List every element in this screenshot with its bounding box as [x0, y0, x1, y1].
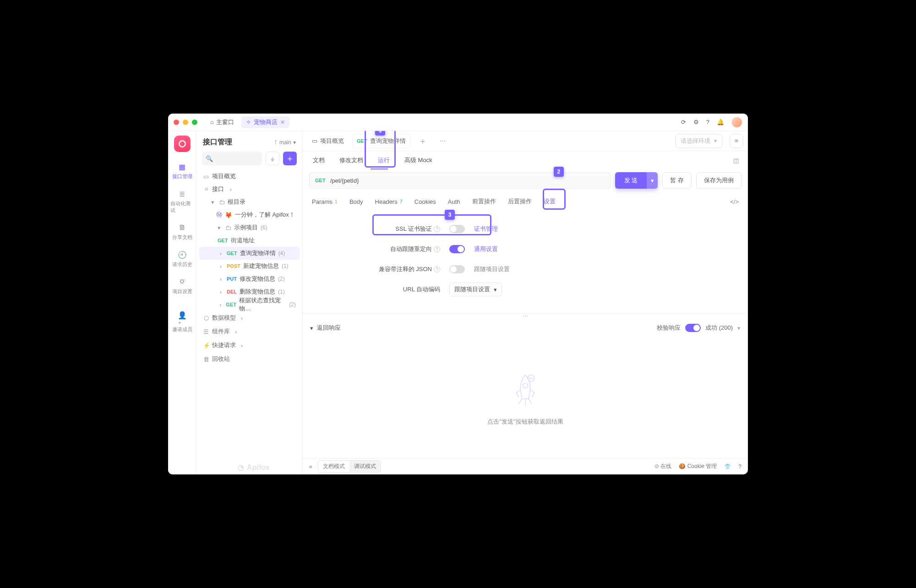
- maximize-window-icon[interactable]: [192, 120, 197, 125]
- info-icon[interactable]: ?: [434, 266, 440, 272]
- online-status: ⊘ 在线: [654, 463, 671, 470]
- add-button[interactable]: ＋: [283, 152, 297, 165]
- tree-component-lib[interactable]: ☰ 组件库 ›: [199, 325, 300, 338]
- project-tab[interactable]: ✧ 宠物商店 ✕: [241, 116, 289, 128]
- reqtab-cookies[interactable]: Cookies: [414, 198, 436, 205]
- chevron-right-icon: ›: [218, 263, 224, 270]
- subtab-doc[interactable]: 文档: [312, 152, 326, 168]
- layers-icon: ☰: [203, 328, 209, 335]
- lightning-icon: ⚡: [203, 342, 209, 349]
- panel-layout-icon[interactable]: ◫: [733, 157, 739, 164]
- tree-root-dir[interactable]: ▾ 🗀 根目录: [199, 196, 300, 208]
- nav-share-doc[interactable]: 🗎 分享文档: [170, 219, 194, 245]
- response-collapse[interactable]: ▾ 返回响应: [310, 324, 341, 332]
- subtab-edit-doc[interactable]: 修改文档: [338, 152, 364, 168]
- resize-handle[interactable]: ⋯: [303, 313, 748, 319]
- sidebar-title: 接口管理: [203, 137, 232, 147]
- validate-toggle[interactable]: [685, 324, 701, 332]
- invite-icon: 👤⁺: [178, 315, 187, 324]
- reqtab-auth[interactable]: Auth: [448, 198, 460, 205]
- tree-api-item[interactable]: › GET 根据状态查找宠物… (2): [199, 298, 300, 311]
- user-avatar[interactable]: [731, 117, 742, 128]
- nav-history[interactable]: 🕘 请求历史: [170, 246, 194, 272]
- tree-api-item[interactable]: GET 街道地址: [199, 234, 300, 247]
- save-example-button[interactable]: 保存为用例: [696, 172, 742, 189]
- url-input[interactable]: GET /pet/{petId}: [309, 172, 611, 189]
- tab-project-overview[interactable]: ▭ 项目概览: [307, 134, 349, 148]
- tree-data-model[interactable]: ⬡ 数据模型 ›: [199, 311, 300, 325]
- tree-api-item[interactable]: › POST 新建宠物信息 (1): [199, 260, 300, 272]
- reqtab-headers[interactable]: Headers 7: [375, 198, 403, 205]
- send-button[interactable]: 发 送 ▾: [615, 172, 658, 189]
- nav-label: 请求历史: [172, 261, 192, 268]
- notification-icon[interactable]: 🔔: [717, 119, 724, 125]
- urlenc-select[interactable]: 跟随项目设置 ▾: [449, 283, 502, 296]
- settings-icon[interactable]: ⚙: [693, 119, 699, 125]
- mode-doc[interactable]: 文档模式: [318, 461, 349, 472]
- cache-button[interactable]: 暂 存: [662, 172, 692, 189]
- tree-api-root[interactable]: ⌗ 接口 ›: [199, 183, 300, 196]
- branch-selector[interactable]: ᚶ main ▾: [274, 139, 296, 146]
- main-panel: ▭ 项目概览 GET 查询宠物详情 ＋ ⋯ 请选择环境 ▾ ≡ 文档 修改文档 …: [303, 131, 748, 474]
- tree-count: (4): [278, 250, 285, 256]
- tree-sample-project[interactable]: ▾ 🗀 示例项目 (6): [199, 221, 300, 234]
- search-input[interactable]: 🔍: [202, 152, 262, 165]
- cookie-manage[interactable]: 🍪 Cookie 管理: [679, 463, 717, 470]
- redirect-toggle[interactable]: [449, 245, 465, 253]
- send-dropdown[interactable]: ▾: [647, 172, 658, 189]
- folder-icon: 🗀: [225, 224, 231, 231]
- tab-add[interactable]: ＋: [414, 134, 431, 148]
- collapse-icon[interactable]: «: [309, 463, 312, 470]
- nav-label: 接口管理: [172, 173, 192, 180]
- tree-count: (1): [282, 263, 289, 269]
- response-status: 成功 (200): [705, 324, 733, 332]
- help-icon[interactable]: ?: [706, 119, 709, 125]
- tree-label: 街道地址: [231, 236, 255, 245]
- filter-button[interactable]: ⏚: [266, 152, 279, 165]
- response-section: ⋯ ▾ 返回响应 校验响应 成功 (200) ▾: [303, 313, 748, 458]
- close-tab-icon[interactable]: ✕: [280, 119, 285, 125]
- app-logo-icon[interactable]: [174, 136, 191, 152]
- reqtab-params[interactable]: Params 1: [312, 198, 338, 205]
- refresh-icon[interactable]: ⟳: [681, 119, 686, 125]
- main-window-label: 主窗口: [216, 118, 234, 126]
- reqtab-pre[interactable]: 前置操作: [472, 197, 496, 206]
- main-window-tab[interactable]: ⌂ 主窗口: [206, 116, 239, 128]
- general-settings-link[interactable]: 通用设置: [474, 245, 498, 253]
- close-window-icon[interactable]: [174, 120, 179, 125]
- tree-api-item[interactable]: › GET 查询宠物详情 (4): [199, 247, 300, 260]
- tree-trash[interactable]: 🗑 回收站: [199, 352, 300, 366]
- tshirt-icon[interactable]: 👕: [724, 463, 731, 470]
- tree-api-item[interactable]: › PUT 修改宠物信息 (2): [199, 272, 300, 285]
- tree-quick-request[interactable]: ⚡ 快捷请求 ›: [199, 338, 300, 352]
- method-badge: GET: [315, 178, 326, 183]
- trash-icon: 🗑: [203, 356, 209, 363]
- chevron-down-icon: ▾: [494, 286, 497, 293]
- validate-label: 校验响应: [657, 324, 681, 332]
- minimize-window-icon[interactable]: [183, 120, 188, 125]
- tab-more[interactable]: ⋯: [435, 134, 450, 148]
- side-panel-toggle[interactable]: ≡: [730, 134, 743, 148]
- reqtab-body[interactable]: Body: [349, 198, 363, 205]
- chevron-down-icon[interactable]: ▾: [737, 325, 741, 332]
- chevron-right-icon: ›: [233, 328, 239, 335]
- nav-project-settings[interactable]: ⛭ 项目设置: [170, 273, 194, 299]
- nav-autotest[interactable]: ≣ 自动化测试: [170, 185, 194, 218]
- reqtab-post[interactable]: 后置操作: [508, 197, 532, 206]
- tree-intro[interactable]: Ⓜ 🦊 一分钟，了解 Apifox！: [199, 208, 300, 221]
- jsonc-toggle[interactable]: [449, 265, 465, 273]
- tree-overview[interactable]: ▭ 项目概览: [199, 170, 300, 183]
- nav-invite[interactable]: 👤⁺ 邀请成员: [170, 311, 194, 337]
- info-icon[interactable]: ?: [434, 246, 440, 252]
- subtab-mock[interactable]: 高级 Mock: [403, 152, 433, 168]
- mode-debug[interactable]: 调试模式: [349, 461, 381, 472]
- tree-label: 回收站: [212, 355, 230, 363]
- nav-api-management[interactable]: ▦ 接口管理: [170, 158, 194, 184]
- method-badge: GET: [226, 302, 236, 307]
- api-tree: ▭ 项目概览 ⌗ 接口 › ▾ 🗀 根目录 Ⓜ �: [196, 170, 302, 474]
- help-icon[interactable]: ?: [738, 463, 742, 470]
- code-generate-icon[interactable]: </>: [730, 198, 739, 205]
- callout-3-highlight: [372, 214, 491, 235]
- url-path: /pet/{petId}: [330, 177, 359, 184]
- environment-select[interactable]: 请选择环境 ▾: [676, 134, 722, 148]
